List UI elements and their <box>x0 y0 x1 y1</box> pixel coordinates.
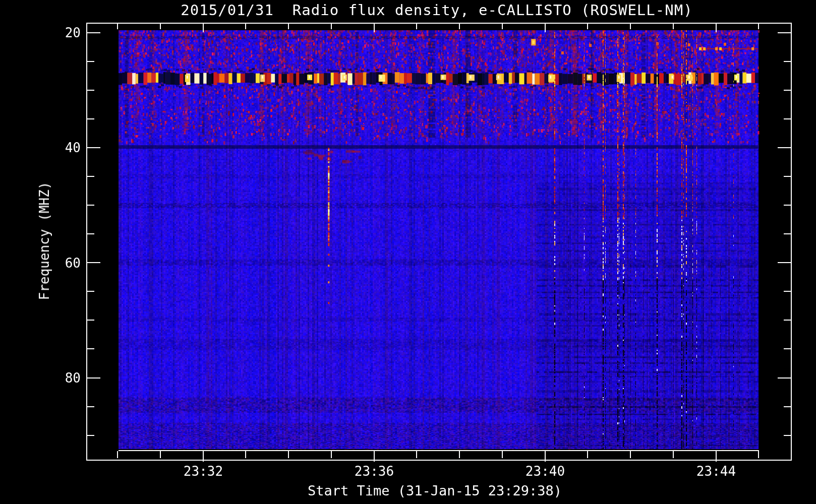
y-tick-label: 40 <box>46 140 81 155</box>
x-tick-label: 23:40 <box>510 464 580 478</box>
x-tick-label: 23:44 <box>681 464 751 478</box>
x-tick-label: 23:36 <box>339 464 410 478</box>
spectrogram-window: 2015/01/31 Radio flux density, e-CALLIST… <box>0 0 816 504</box>
x-tick-label: 23:32 <box>168 464 239 478</box>
y-tick-label: 20 <box>46 25 81 40</box>
x-axis-label: Start Time (31-Jan-15 23:29:38) <box>132 483 737 498</box>
spectrogram-canvas <box>0 0 816 504</box>
y-axis-label: Frequency (MHZ) <box>37 182 52 300</box>
y-tick-label: 80 <box>46 370 81 386</box>
y-tick-label: 60 <box>46 256 81 271</box>
plot-title: 2015/01/31 Radio flux density, e-CALLIST… <box>137 2 737 19</box>
